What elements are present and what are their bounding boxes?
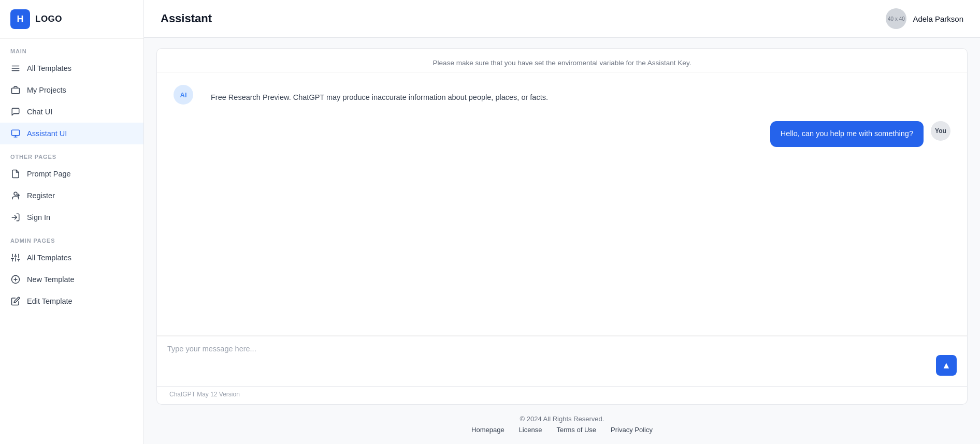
logo-icon: H — [10, 9, 30, 29]
plus-circle-icon — [10, 274, 21, 285]
send-button[interactable]: ▲ — [936, 355, 957, 376]
input-section: ▲ — [156, 336, 968, 387]
sidebar-label: Assistant UI — [27, 129, 67, 138]
sidebar-header: H LOGO — [0, 0, 143, 39]
message-row-user: You Hello, can you help me with somethin… — [174, 121, 950, 147]
sidebar-item-chat-ui[interactable]: Chat UI — [0, 101, 143, 123]
sidebar-label: Prompt Page — [27, 170, 71, 178]
ai-message-text: Free Research Preview. ChatGPT may produ… — [211, 93, 548, 101]
sidebar-label: Register — [27, 191, 55, 200]
footer-link-privacy[interactable]: Privacy Policy — [611, 426, 653, 434]
sliders-icon — [10, 253, 21, 263]
sidebar-label: My Projects — [27, 86, 66, 94]
message-row-ai: AI Free Research Preview. ChatGPT may pr… — [174, 85, 950, 111]
briefcase-icon — [10, 85, 21, 95]
user-name: Adela Parkson — [913, 14, 963, 23]
avatar-label: 40 x 40 — [888, 16, 905, 22]
user-info: 40 x 40 Adela Parkson — [886, 8, 963, 29]
file-icon — [10, 169, 21, 179]
sidebar-item-admin-all-templates[interactable]: All Templates — [0, 247, 143, 269]
section-label-other-pages: OTHER PAGES — [0, 144, 143, 163]
sidebar-label: Chat UI — [27, 108, 52, 116]
topbar: Assistant 40 x 40 Adela Parkson — [144, 0, 980, 38]
logo-text: LOGO — [35, 14, 62, 24]
footer-link-terms[interactable]: Terms of Use — [556, 426, 596, 434]
sidebar-label: All Templates — [27, 64, 71, 72]
sidebar-label: New Template — [27, 275, 75, 284]
send-icon: ▲ — [942, 360, 951, 371]
ai-message-bubble: Free Research Preview. ChatGPT may produ… — [200, 85, 558, 111]
sidebar-label: All Templates — [27, 254, 71, 262]
sidebar-label: Sign In — [27, 213, 50, 221]
sidebar: H LOGO MAIN All Templates My Projects Ch… — [0, 0, 144, 444]
sidebar-item-assistant-ui[interactable]: Assistant UI — [0, 123, 143, 144]
message-input[interactable] — [167, 345, 931, 376]
footer-link-license[interactable]: License — [519, 426, 542, 434]
user-avatar: You — [931, 121, 950, 141]
section-label-admin-pages: ADMIN PAGES — [0, 228, 143, 247]
chat-icon — [10, 107, 21, 117]
sidebar-item-prompt-page[interactable]: Prompt Page — [0, 163, 143, 185]
sidebar-item-all-templates[interactable]: All Templates — [0, 57, 143, 79]
user-plus-icon — [10, 190, 21, 201]
chat-messages: AI Free Research Preview. ChatGPT may pr… — [157, 72, 967, 335]
ai-avatar: AI — [174, 85, 193, 105]
page-title: Assistant — [161, 12, 212, 25]
env-notice: Please make sure that you have set the e… — [157, 49, 967, 72]
sidebar-item-my-projects[interactable]: My Projects — [0, 79, 143, 101]
menu-icon — [10, 63, 21, 73]
edit-icon — [10, 296, 21, 306]
message-input-wrapper: ▲ — [157, 336, 967, 386]
footer-links: Homepage License Terms of Use Privacy Po… — [144, 426, 980, 434]
footer: © 2024 All Rights Reserved. Homepage Lic… — [144, 405, 980, 444]
chat-version: ChatGPT May 12 Version — [156, 387, 968, 405]
main-content: Assistant 40 x 40 Adela Parkson Please m… — [144, 0, 980, 444]
sign-in-icon — [10, 212, 21, 223]
svg-rect-4 — [12, 130, 20, 136]
user-message-text: Hello, can you help me with something? — [781, 129, 913, 138]
chat-divider — [157, 335, 967, 336]
sidebar-label: Edit Template — [27, 297, 73, 305]
monitor-icon — [10, 128, 21, 139]
sidebar-item-new-template[interactable]: New Template — [0, 269, 143, 290]
sidebar-item-sign-in[interactable]: Sign In — [0, 206, 143, 228]
footer-copyright: © 2024 All Rights Reserved. — [144, 415, 980, 423]
footer-link-homepage[interactable]: Homepage — [471, 426, 505, 434]
avatar: 40 x 40 — [886, 8, 906, 29]
svg-rect-3 — [12, 88, 20, 94]
user-message-bubble: Hello, can you help me with something? — [770, 121, 924, 147]
sidebar-item-register[interactable]: Register — [0, 185, 143, 206]
sidebar-item-edit-template[interactable]: Edit Template — [0, 290, 143, 312]
section-label-main: MAIN — [0, 39, 143, 57]
chat-container: Please make sure that you have set the e… — [156, 48, 968, 336]
svg-point-7 — [14, 192, 17, 195]
